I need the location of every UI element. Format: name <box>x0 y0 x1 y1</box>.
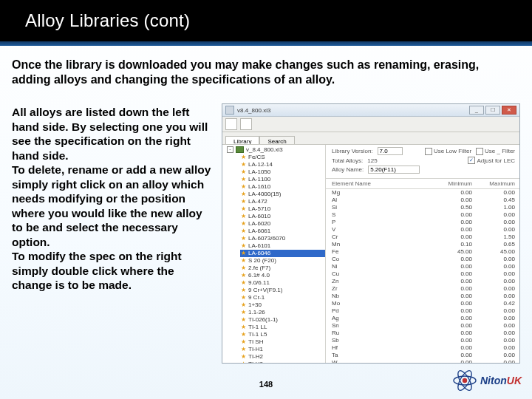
cell-max: 0.00 <box>472 359 515 363</box>
tree-item[interactable]: ★TI-H0 <box>240 361 325 363</box>
tree-item[interactable]: ★LA-1050 <box>240 168 325 176</box>
cell-element: Nb <box>332 293 429 300</box>
tree-item[interactable]: ★TI-H2 <box>240 353 325 361</box>
spec-header: Library Version: Use Low Filter Use _ Fi… <box>326 145 519 179</box>
cell-max: 0.00 <box>472 256 515 263</box>
title-underline <box>0 41 532 46</box>
use-filter-checkbox[interactable]: Use _ Filter <box>476 148 515 155</box>
grid-row[interactable]: Si0.501.00 <box>326 204 519 211</box>
tree-item[interactable]: ★9 Cr-1 <box>240 294 325 301</box>
tree-item[interactable]: ★Fe/CS <box>240 154 325 161</box>
tree-item[interactable]: ★LA-6061 <box>240 228 325 235</box>
toolbar-button-1[interactable] <box>225 118 237 130</box>
grid-row[interactable]: Co0.000.00 <box>326 256 519 263</box>
grid-row[interactable]: Nb0.000.00 <box>326 293 519 300</box>
tree-item[interactable]: ★TI-1 L5 <box>240 331 325 338</box>
grid-row[interactable]: Ru0.000.00 <box>326 330 519 337</box>
alloy-tree[interactable]: - v_8.4_800.xl3 ★Fe/CS★LA-12-14★LA-1050★… <box>222 145 326 363</box>
cell-min: 0.00 <box>429 300 472 307</box>
maximize-button[interactable]: ☐ <box>485 106 500 115</box>
tree-item[interactable]: ★2.fe (F7) <box>240 265 325 272</box>
library-version-field[interactable] <box>378 147 403 155</box>
cell-element: Zn <box>332 278 429 285</box>
spec-grid[interactable]: Element Name Minimum Maximum Mg0.000.00A… <box>326 179 519 363</box>
star-icon: ★ <box>240 205 246 213</box>
grid-row[interactable]: Ag0.000.00 <box>326 315 519 322</box>
grid-row[interactable]: Cu0.000.00 <box>326 270 519 278</box>
total-alloys-value: 125 <box>367 157 377 164</box>
tree-item[interactable]: ★LA-6046 <box>240 250 325 257</box>
grid-row[interactable]: Sb0.000.00 <box>326 337 519 344</box>
grid-row[interactable]: Cr0.001.50 <box>326 233 519 241</box>
grid-row[interactable]: V0.000.00 <box>326 226 519 233</box>
tree-item[interactable]: ★LA-12-14 <box>240 161 325 168</box>
tree-item-label: TI-H0 <box>248 361 263 363</box>
grid-row[interactable]: Fe45.0045.00 <box>326 248 519 256</box>
tree-item[interactable]: ★6.1# 4.0 <box>240 272 325 279</box>
tree-item[interactable]: ★TI-1 LL <box>240 324 325 331</box>
star-icon: ★ <box>240 265 246 272</box>
tree-item[interactable]: ★TI SH <box>240 338 325 346</box>
logo-text-uk: UK <box>507 375 522 386</box>
tree-item[interactable]: ★9 Cr+V(F9.1) <box>240 287 325 294</box>
tree-item-label: LA-12-14 <box>248 161 273 168</box>
grid-row[interactable]: Mn0.100.65 <box>326 241 519 248</box>
col-element: Element Name <box>332 179 429 188</box>
star-icon: ★ <box>240 191 246 198</box>
use-low-filter-checkbox[interactable]: Use Low Filter <box>425 148 471 155</box>
tree-item[interactable]: ★1.1-26 <box>240 309 325 316</box>
star-icon: ★ <box>240 287 246 294</box>
grid-row[interactable]: Mo0.000.42 <box>326 300 519 307</box>
cell-max: 0.00 <box>472 293 515 300</box>
cell-element: Ta <box>332 352 429 359</box>
star-icon: ★ <box>240 228 246 235</box>
grid-row[interactable]: S0.000.00 <box>326 211 519 219</box>
cell-max: 0.00 <box>472 270 515 278</box>
grid-row[interactable]: W0.000.00 <box>326 359 519 363</box>
grid-row[interactable]: Sn0.000.00 <box>326 322 519 330</box>
grid-row[interactable]: Al0.000.45 <box>326 197 519 204</box>
grid-row[interactable]: Ni0.000.00 <box>326 263 519 270</box>
tree-root[interactable]: - v_8.4_800.xl3 <box>227 146 325 153</box>
tree-item[interactable]: ★LA-6010 <box>240 213 325 220</box>
col-max: Maximum <box>472 179 515 188</box>
alloy-name-field[interactable] <box>368 166 420 174</box>
use-low-filter-label: Use Low Filter <box>434 148 471 154</box>
tree-item[interactable]: ★LA-4000(15) <box>240 191 325 198</box>
tree-item[interactable]: ★LA-6101 <box>240 242 325 250</box>
tree-item[interactable]: ★LA-5710 <box>240 205 325 213</box>
cell-element: Co <box>332 256 429 263</box>
tree-item[interactable]: ★LA-6073/6070 <box>240 235 325 242</box>
tree-item[interactable]: ★9.0/6.11 <box>240 279 325 287</box>
grid-row[interactable]: Hf0.000.00 <box>326 344 519 352</box>
grid-row[interactable]: Pd0.000.00 <box>326 307 519 315</box>
tree-item-label: 6.1# 4.0 <box>248 272 270 279</box>
tree-item[interactable]: ★1+30 <box>240 301 325 309</box>
cell-max: 0.00 <box>472 285 515 293</box>
cell-element: S <box>332 211 429 219</box>
adjust-lec-checkbox[interactable]: ✓ Adjust for LEC <box>468 157 515 164</box>
star-icon: ★ <box>240 161 246 168</box>
toolbar-button-2[interactable] <box>240 118 252 130</box>
cell-min: 0.00 <box>429 322 472 330</box>
tree-item[interactable]: ★TI-H1 <box>240 346 325 353</box>
minimize-button[interactable]: _ <box>469 106 484 115</box>
tree-item[interactable]: ★TI-026(1-1) <box>240 316 325 324</box>
tree-item[interactable]: ★LA-1100 <box>240 176 325 183</box>
grid-row[interactable]: Zr0.000.00 <box>326 285 519 293</box>
close-button[interactable]: ✕ <box>502 106 516 115</box>
tree-item[interactable]: ★LA-6020 <box>240 220 325 228</box>
cell-element: Sb <box>332 337 429 344</box>
tree-item[interactable]: ★LA-472 <box>240 198 325 205</box>
tree-item[interactable]: ★LA-1610 <box>240 183 325 191</box>
star-icon: ★ <box>240 250 246 257</box>
star-icon: ★ <box>240 346 246 353</box>
tree-item[interactable]: ★S 20 (F20) <box>240 257 325 265</box>
grid-row[interactable]: Ta0.000.00 <box>326 352 519 359</box>
cell-element: Cu <box>332 270 429 278</box>
collapse-icon[interactable]: - <box>227 146 233 153</box>
grid-row[interactable]: Mg0.000.00 <box>326 189 519 197</box>
grid-row[interactable]: P0.000.00 <box>326 219 519 226</box>
tree-item-label: LA-6073/6070 <box>248 235 285 242</box>
grid-row[interactable]: Zn0.000.00 <box>326 278 519 285</box>
